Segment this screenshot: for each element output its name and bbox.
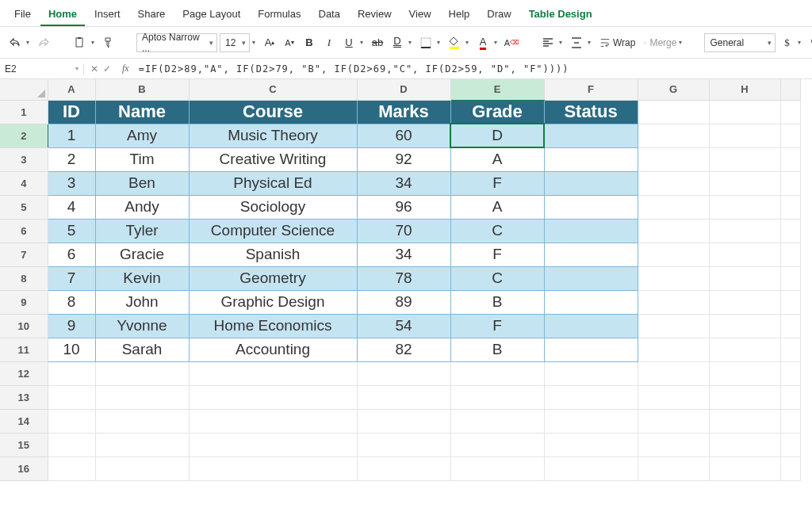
font-name-select[interactable]: Aptos Narrow ... bbox=[136, 33, 217, 52]
cell-D12[interactable] bbox=[357, 361, 450, 385]
font-size-dropdown[interactable]: ▾ bbox=[252, 39, 259, 46]
cell-B7[interactable]: Gracie bbox=[95, 243, 189, 266]
cell-A4[interactable]: 3 bbox=[48, 171, 95, 195]
cell-H15[interactable] bbox=[709, 433, 780, 457]
tab-review[interactable]: Review bbox=[350, 3, 400, 26]
cell-B13[interactable] bbox=[95, 385, 189, 409]
cell-H3[interactable] bbox=[709, 147, 780, 171]
cell-F2[interactable] bbox=[544, 124, 638, 147]
cell-B11[interactable]: Sarah bbox=[95, 338, 189, 361]
row-header-7[interactable]: 7 bbox=[0, 243, 48, 266]
cell-D1[interactable]: Marks bbox=[357, 100, 450, 124]
redo-button[interactable] bbox=[35, 33, 52, 52]
select-all-corner[interactable] bbox=[0, 79, 48, 100]
cell-G12[interactable] bbox=[638, 361, 709, 385]
paste-button[interactable] bbox=[71, 33, 89, 52]
cell-E7[interactable]: F bbox=[450, 243, 544, 266]
cell-E14[interactable] bbox=[450, 409, 544, 433]
undo-button[interactable] bbox=[6, 33, 24, 52]
cell-D5[interactable]: 96 bbox=[357, 195, 450, 219]
cell-A8[interactable]: 7 bbox=[48, 266, 95, 290]
cell-H4[interactable] bbox=[709, 171, 780, 195]
cell-1[interactable] bbox=[780, 100, 800, 124]
font-color-dropdown[interactable]: ▾ bbox=[494, 39, 500, 46]
cell-D11[interactable]: 82 bbox=[357, 338, 450, 361]
fill-color-button[interactable] bbox=[446, 33, 463, 52]
cell-C3[interactable]: Creative Writing bbox=[189, 147, 357, 171]
cell-D8[interactable]: 78 bbox=[357, 266, 450, 290]
cell-E4[interactable]: F bbox=[450, 171, 544, 195]
cell-C4[interactable]: Physical Ed bbox=[189, 171, 357, 195]
cell-8[interactable] bbox=[780, 266, 800, 290]
currency-button[interactable]: $ bbox=[778, 33, 795, 52]
tab-help[interactable]: Help bbox=[441, 3, 478, 26]
cell-F12[interactable] bbox=[544, 361, 638, 385]
cell-F6[interactable] bbox=[544, 219, 638, 243]
row-header-10[interactable]: 10 bbox=[0, 314, 48, 338]
cell-B6[interactable]: Tyler bbox=[95, 219, 189, 243]
cell-D7[interactable]: 34 bbox=[357, 243, 450, 266]
tab-data[interactable]: Data bbox=[311, 3, 348, 26]
cell-B4[interactable]: Ben bbox=[95, 171, 189, 195]
italic-button[interactable]: I bbox=[320, 33, 338, 52]
cell-D14[interactable] bbox=[357, 409, 450, 433]
cell-E12[interactable] bbox=[450, 361, 544, 385]
font-size-select[interactable]: 12 bbox=[220, 33, 250, 52]
column-header-H[interactable]: H bbox=[709, 79, 780, 100]
cell-C11[interactable]: Accounting bbox=[189, 338, 357, 361]
cell-A3[interactable]: 2 bbox=[48, 147, 95, 171]
cell-F16[interactable] bbox=[544, 457, 638, 480]
cell-9[interactable] bbox=[780, 290, 800, 314]
cell-G3[interactable] bbox=[638, 147, 709, 171]
cell-F4[interactable] bbox=[544, 171, 638, 195]
cell-B5[interactable]: Andy bbox=[95, 195, 189, 219]
cell-A11[interactable]: 10 bbox=[48, 338, 95, 361]
cell-D9[interactable]: 89 bbox=[357, 290, 450, 314]
cell-E5[interactable]: A bbox=[450, 195, 544, 219]
wrap-text-button[interactable]: Wrap bbox=[596, 33, 638, 52]
cancel-formula-button[interactable]: ✕ bbox=[90, 63, 98, 75]
cell-C5[interactable]: Sociology bbox=[189, 195, 357, 219]
cell-D2[interactable]: 60 bbox=[357, 124, 450, 147]
cell-H9[interactable] bbox=[709, 290, 780, 314]
cell-H11[interactable] bbox=[709, 338, 780, 361]
fx-icon[interactable]: fx bbox=[117, 63, 134, 75]
underline-button[interactable]: U bbox=[340, 33, 358, 52]
borders-button[interactable] bbox=[417, 33, 435, 52]
tab-page-layout[interactable]: Page Layout bbox=[174, 3, 248, 26]
cell-E8[interactable]: C bbox=[450, 266, 544, 290]
cell-6[interactable] bbox=[780, 219, 800, 243]
cell-F5[interactable] bbox=[544, 195, 638, 219]
cell-14[interactable] bbox=[780, 409, 800, 433]
tab-table-design[interactable]: Table Design bbox=[521, 3, 600, 26]
cell-A7[interactable]: 6 bbox=[48, 243, 95, 266]
cell-F8[interactable] bbox=[544, 266, 638, 290]
row-header-11[interactable]: 11 bbox=[0, 338, 48, 361]
cell-E10[interactable]: F bbox=[450, 314, 544, 338]
cell-D3[interactable]: 92 bbox=[357, 147, 450, 171]
cell-E11[interactable]: B bbox=[450, 338, 544, 361]
cell-H8[interactable] bbox=[709, 266, 780, 290]
fill-color-dropdown[interactable]: ▾ bbox=[465, 39, 472, 46]
cell-C14[interactable] bbox=[189, 409, 357, 433]
cell-G6[interactable] bbox=[638, 219, 709, 243]
cell-C9[interactable]: Graphic Design bbox=[189, 290, 357, 314]
cell-G7[interactable] bbox=[638, 243, 709, 266]
cell-C10[interactable]: Home Economics bbox=[189, 314, 357, 338]
cell-B8[interactable]: Kevin bbox=[95, 266, 189, 290]
column-header-C[interactable]: C bbox=[189, 79, 357, 100]
column-header-edge[interactable] bbox=[780, 79, 800, 100]
row-header-13[interactable]: 13 bbox=[0, 385, 48, 409]
cell-E9[interactable]: B bbox=[450, 290, 544, 314]
cell-C2[interactable]: Music Theory bbox=[189, 124, 357, 147]
row-header-8[interactable]: 8 bbox=[0, 266, 48, 290]
cell-C16[interactable] bbox=[189, 457, 357, 480]
column-header-E[interactable]: E bbox=[450, 79, 544, 100]
enter-formula-button[interactable]: ✓ bbox=[103, 63, 111, 75]
row-header-15[interactable]: 15 bbox=[0, 433, 48, 457]
format-painter-button[interactable] bbox=[100, 33, 117, 52]
row-header-12[interactable]: 12 bbox=[0, 361, 48, 385]
cell-E13[interactable] bbox=[450, 385, 544, 409]
row-header-6[interactable]: 6 bbox=[0, 219, 48, 243]
cell-A15[interactable] bbox=[48, 433, 95, 457]
